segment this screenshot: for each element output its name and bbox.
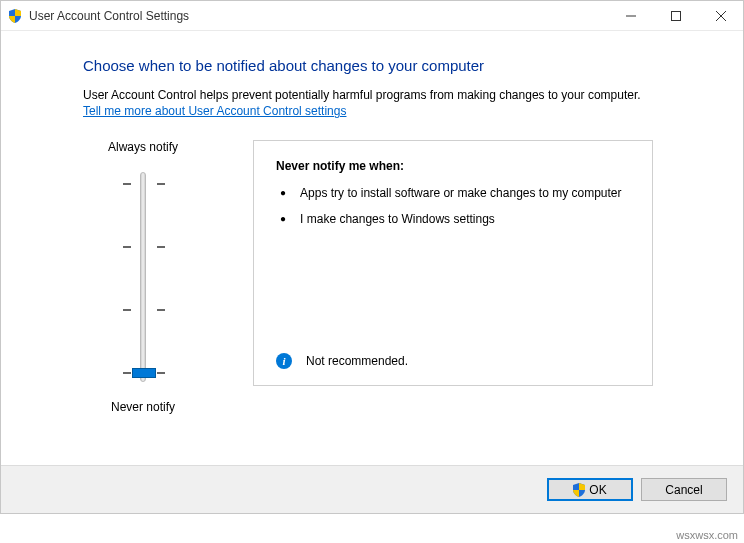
slider-tick (123, 183, 165, 184)
list-item-text: I make changes to Windows settings (300, 211, 495, 227)
footer: OK Cancel (1, 465, 743, 513)
bullet-icon: ● (280, 211, 286, 227)
bullet-icon: ● (280, 185, 286, 201)
cancel-button[interactable]: Cancel (641, 478, 727, 501)
info-list: ● Apps try to install software or make c… (276, 185, 630, 237)
window-controls (608, 1, 743, 30)
ok-button-label: OK (589, 483, 606, 497)
titlebar: User Account Control Settings (1, 1, 743, 31)
uac-settings-window: User Account Control Settings Choose whe… (0, 0, 744, 514)
info-panel-title: Never notify me when: (276, 159, 630, 173)
svg-rect-1 (671, 11, 680, 20)
list-item-text: Apps try to install software or make cha… (300, 185, 621, 201)
window-title: User Account Control Settings (29, 9, 189, 23)
slider-column: Always notify Never notify (83, 140, 203, 414)
slider-track (140, 172, 146, 382)
main-row: Always notify Never notify Never notify … (83, 140, 683, 414)
notification-level-slider[interactable] (113, 162, 173, 392)
slider-label-bottom: Never notify (111, 400, 175, 414)
slider-thumb[interactable] (132, 368, 156, 378)
slider-label-top: Always notify (108, 140, 178, 154)
shield-icon (573, 483, 585, 497)
minimize-button[interactable] (608, 1, 653, 30)
list-item: ● Apps try to install software or make c… (280, 185, 630, 201)
slider-tick (123, 309, 165, 310)
list-item: ● I make changes to Windows settings (280, 211, 630, 227)
page-heading: Choose when to be notified about changes… (83, 57, 683, 74)
help-link[interactable]: Tell me more about User Account Control … (83, 104, 346, 118)
cancel-button-label: Cancel (665, 483, 702, 497)
status-row: i Not recommended. (276, 353, 630, 369)
shield-icon (9, 9, 21, 23)
info-icon: i (276, 353, 292, 369)
info-panel: Never notify me when: ● Apps try to inst… (253, 140, 653, 386)
ok-button[interactable]: OK (547, 478, 633, 501)
maximize-button[interactable] (653, 1, 698, 30)
watermark: wsxwsx.com (676, 529, 738, 541)
content-area: Choose when to be notified about changes… (1, 31, 743, 465)
close-button[interactable] (698, 1, 743, 30)
status-text: Not recommended. (306, 354, 408, 368)
description-text: User Account Control helps prevent poten… (83, 88, 683, 102)
slider-tick (123, 246, 165, 247)
